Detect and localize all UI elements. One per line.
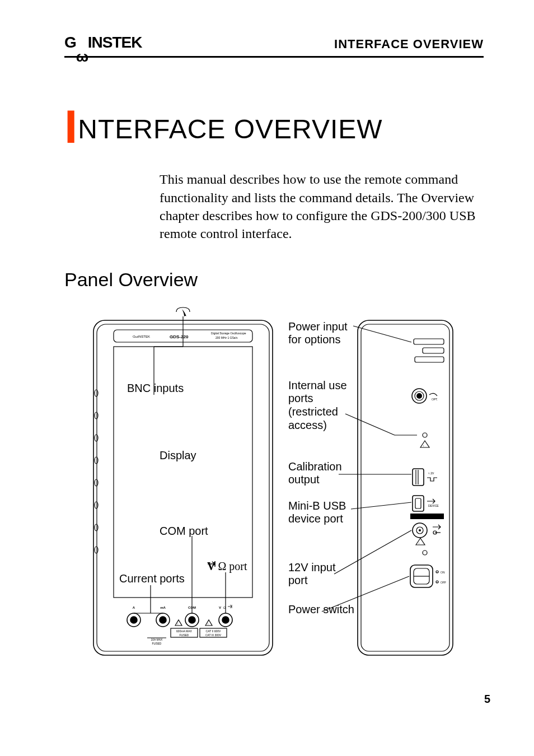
chapter-dropcap: I <box>64 108 78 146</box>
svg-text:DC 12V ⎓ /3A: DC 12V ⎓ /3A <box>419 515 436 519</box>
section-title: Panel Overview <box>64 269 484 291</box>
panel-overview-diagram: BNC inputs Display COM port Current port… <box>81 306 484 665</box>
svg-line-75 <box>353 326 411 342</box>
svg-text:!: ! <box>419 542 420 545</box>
svg-text:!: ! <box>208 623 209 626</box>
svg-text:DEVICE: DEVICE <box>428 504 439 507</box>
svg-rect-50 <box>413 496 424 511</box>
svg-point-11 <box>95 547 98 553</box>
svg-text:!: ! <box>423 445 424 447</box>
svg-text:A: A <box>133 606 135 609</box>
svg-text:V: V <box>219 606 221 609</box>
svg-point-20 <box>160 617 166 623</box>
chapter-title: INTERFACE OVERVIEW <box>64 108 484 146</box>
svg-point-7 <box>95 457 98 464</box>
svg-rect-36 <box>361 324 449 651</box>
svg-rect-0 <box>93 320 273 655</box>
svg-text:OPT.: OPT. <box>432 398 438 401</box>
intro-paragraph: This manual describes how to use the rem… <box>160 170 484 243</box>
svg-rect-51 <box>415 498 421 508</box>
svg-text:ON: ON <box>441 571 445 574</box>
page-number: 5 <box>484 693 490 706</box>
header-title: INTERFACE OVERVIEW <box>334 37 484 52</box>
svg-text:OFF: OFF <box>441 581 446 584</box>
svg-text:mA: mA <box>160 606 166 609</box>
chapter-rest: NTERFACE OVERVIEW <box>78 114 382 144</box>
svg-text:!: ! <box>177 623 179 626</box>
svg-text:10A MAX: 10A MAX <box>151 638 163 641</box>
brand-rest: INSTEK <box>88 34 142 51</box>
device-brand: GωINSTEK <box>133 335 150 338</box>
svg-rect-35 <box>358 320 453 655</box>
svg-text:CAT III   300V: CAT III 300V <box>205 633 222 637</box>
svg-point-4 <box>95 390 98 396</box>
svg-point-57 <box>419 529 421 531</box>
svg-point-24 <box>222 617 229 623</box>
svg-text:FUSED: FUSED <box>180 633 189 637</box>
svg-text:≈ 2V: ≈ 2V <box>428 472 434 475</box>
svg-point-44 <box>423 433 427 437</box>
svg-line-81 <box>322 576 409 612</box>
svg-point-64 <box>436 571 438 573</box>
svg-point-6 <box>95 435 98 441</box>
svg-line-79 <box>351 502 411 509</box>
svg-point-41 <box>416 393 422 399</box>
svg-text:FUSED: FUSED <box>152 642 162 645</box>
svg-point-18 <box>130 617 137 623</box>
device-spec1: Digital Storage Oscilloscope <box>211 332 246 335</box>
svg-point-60 <box>423 550 427 555</box>
svg-line-80 <box>334 530 411 574</box>
svg-rect-3 <box>114 347 252 598</box>
svg-point-22 <box>189 617 195 623</box>
svg-point-8 <box>95 479 98 486</box>
device-model: GDS-220 <box>170 334 189 339</box>
device-illustration: .ol{fill:none;stroke:#000;stroke-width:1… <box>81 306 484 665</box>
svg-point-66 <box>436 581 438 583</box>
svg-rect-37 <box>414 339 444 344</box>
svg-rect-1 <box>97 324 269 651</box>
device-spec2: 200 MHz 1 GSa/s <box>216 336 238 339</box>
svg-text:600mA MAX: 600mA MAX <box>176 629 192 633</box>
svg-point-9 <box>95 502 98 508</box>
svg-rect-39 <box>415 357 444 362</box>
brand-logo: GωINSTEK <box>64 34 142 52</box>
brand-g: G <box>64 34 76 51</box>
svg-point-5 <box>95 412 98 419</box>
svg-line-76 <box>345 414 395 435</box>
svg-point-10 <box>95 524 98 531</box>
svg-rect-38 <box>423 348 444 353</box>
svg-text:CAT II    600V: CAT II 600V <box>206 629 221 633</box>
